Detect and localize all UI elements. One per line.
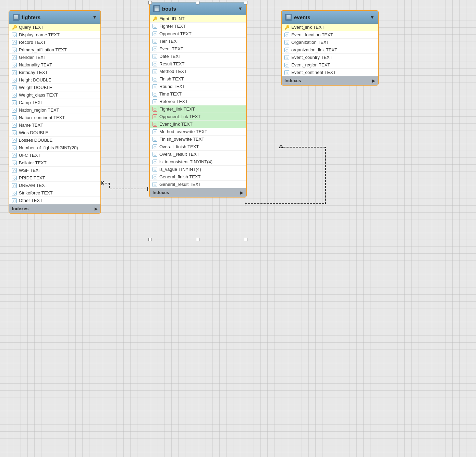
table-row[interactable]: ◇ Opponent_link TEXT [150, 113, 246, 120]
table-row[interactable]: ◇ Event_continent TEXT [282, 69, 378, 76]
field-name: Event TEXT [159, 46, 183, 51]
table-row[interactable]: ◇ DREAM TEXT [9, 182, 100, 189]
field-name: Fight_ID INT [159, 16, 185, 21]
events-table-header[interactable]: events ▼ [282, 11, 378, 24]
resize-handle-tl[interactable] [148, 1, 152, 4]
events-indexes-row[interactable]: Indexes ▶ [282, 76, 378, 85]
table-row[interactable]: ◇ Method TEXT [150, 68, 246, 75]
table-row[interactable]: ◇ Event TEXT [150, 45, 246, 53]
table-row[interactable]: 🔑 Event_link TEXT [282, 24, 378, 31]
bouts-indexes-arrow: ▶ [240, 190, 243, 195]
table-row[interactable]: ◇ Result TEXT [150, 60, 246, 68]
table-row[interactable]: ◇ UFC TEXT [9, 152, 100, 159]
field-name: Overall_result TEXT [159, 152, 199, 157]
table-row[interactable]: ◇ Event_link TEXT [150, 120, 246, 128]
bouts-dropdown[interactable]: ▼ [238, 6, 243, 11]
table-row[interactable]: ◇ Camp TEXT [9, 99, 100, 106]
bouts-table: bouts ▼ 🔑 Fight_ID INT ◇ Fighter TEXT ◇ … [149, 2, 247, 198]
field-name: Finish TEXT [159, 76, 184, 81]
bouts-indexes-row[interactable]: Indexes ▶ [150, 188, 246, 197]
field-name: is_inconsistent TINYINT(4) [159, 159, 212, 164]
table-row[interactable]: ◇ Overall_result TEXT [150, 151, 246, 158]
table-row[interactable]: ◇ Event_country TEXT [282, 54, 378, 61]
diamond-icon: ◇ [12, 85, 17, 90]
field-name: Losses DOUBLE [19, 138, 52, 143]
table-row[interactable]: ◇ Display_name TEXT [9, 31, 100, 39]
diamond-icon: ◇ [12, 138, 17, 143]
table-row[interactable]: ◇ Referee TEXT [150, 98, 246, 105]
table-row[interactable]: ◇ Tier TEXT [150, 38, 246, 45]
resize-handle-tr[interactable] [244, 1, 247, 4]
table-row[interactable]: ◇ Finish_overwrite TEXT [150, 136, 246, 143]
table-row[interactable]: ◇ Fighter_link TEXT [150, 105, 246, 113]
field-name: Nation_region TEXT [19, 107, 59, 113]
table-row[interactable]: ◇ Event_region TEXT [282, 61, 378, 69]
events-dropdown[interactable]: ▼ [370, 14, 375, 20]
table-row[interactable]: ◇ Nation_continent TEXT [9, 114, 100, 122]
table-row[interactable]: ◇ Nation_region TEXT [9, 106, 100, 114]
table-row[interactable]: ◇ Event_location TEXT [282, 31, 378, 39]
table-row[interactable]: ◇ is_inconsistent TINYINT(4) [150, 158, 246, 166]
svg-marker-12 [279, 145, 283, 148]
fighters-table-header[interactable]: fighters ▼ [9, 11, 100, 24]
diamond-icon: ◇ [284, 40, 289, 45]
field-name: Weight_class TEXT [19, 92, 58, 98]
diamond-icon: ◇ [152, 99, 157, 104]
resize-handle-tc[interactable] [196, 1, 199, 4]
table-row[interactable]: ◇ Strikeforce TEXT [9, 189, 100, 197]
diamond-icon: ◇ [284, 33, 289, 37]
table-row[interactable]: 🔑 Fight_ID INT [150, 15, 246, 23]
table-row[interactable]: ◇ Round TEXT [150, 83, 246, 90]
field-name: Finish_overwrite TEXT [159, 137, 204, 142]
table-row[interactable]: ◇ Other TEXT [9, 197, 100, 204]
field-name: Strikeforce TEXT [19, 190, 53, 195]
diamond-icon: ◇ [152, 122, 157, 127]
table-row[interactable]: ◇ Number_of_fights BIGINT(20) [9, 144, 100, 152]
field-name: Time TEXT [159, 91, 182, 97]
table-row[interactable]: ◇ Bellator TEXT [9, 159, 100, 167]
table-row[interactable]: ◇ PRIDE TEXT [9, 174, 100, 182]
table-row[interactable]: ◇ Time TEXT [150, 90, 246, 98]
fighters-dropdown[interactable]: ▼ [92, 14, 97, 20]
table-row[interactable]: ◇ Opponent TEXT [150, 30, 246, 38]
field-name: Number_of_fights BIGINT(20) [19, 145, 78, 150]
diamond-icon: ◇ [12, 63, 17, 67]
diamond-icon: ◇ [152, 144, 157, 149]
table-row[interactable]: ◇ Organization TEXT [282, 39, 378, 46]
table-row[interactable]: ◇ Losses DOUBLE [9, 137, 100, 144]
table-row[interactable]: ◇ Fighter TEXT [150, 23, 246, 30]
resize-handle-bl[interactable] [148, 238, 152, 241]
table-row[interactable]: ◇ Primary_affiliation TEXT [9, 46, 100, 54]
table-row[interactable]: ◇ Wins DOUBLE [9, 129, 100, 137]
diamond-icon: ◇ [152, 31, 157, 36]
svg-rect-21 [155, 10, 159, 11]
diamond-icon: ◇ [12, 191, 17, 195]
table-row[interactable]: ◇ Gender TEXT [9, 54, 100, 61]
table-row[interactable]: ◇ Height DOUBLE [9, 76, 100, 84]
diamond-icon: ◇ [152, 129, 157, 134]
field-name: WSF TEXT [19, 168, 41, 173]
resize-handle-br[interactable] [244, 238, 247, 241]
table-row[interactable]: ◇ Name TEXT [9, 122, 100, 129]
table-row[interactable]: ◇ WSF TEXT [9, 167, 100, 174]
table-row[interactable]: ◇ Nationality TEXT [9, 61, 100, 69]
fighters-table: fighters ▼ 🔑 Query TEXT ◇ Display_name T… [9, 10, 101, 214]
table-row[interactable]: ◇ Birthday TEXT [9, 69, 100, 76]
table-row[interactable]: ◇ General_finish TEXT [150, 173, 246, 181]
table-row[interactable]: ◇ Method_overwrite TEXT [150, 128, 246, 136]
table-row[interactable]: ◇ is_vague TINYINT(4) [150, 166, 246, 173]
table-row[interactable]: 🔑 Query TEXT [9, 24, 100, 31]
resize-handle-bc[interactable] [196, 238, 199, 241]
table-row[interactable]: ◇ General_result TEXT [150, 181, 246, 188]
fighters-indexes-row[interactable]: Indexes ▶ [9, 204, 100, 213]
table-row[interactable]: ◇ Overall_finish TEXT [150, 143, 246, 151]
table-row[interactable]: ◇ Finish TEXT [150, 75, 246, 83]
field-name: Other TEXT [19, 198, 42, 203]
field-name: Primary_affiliation TEXT [19, 47, 67, 52]
field-name: Weight DOUBLE [19, 85, 52, 90]
table-row[interactable]: ◇ organization_link TEXT [282, 46, 378, 54]
table-row[interactable]: ◇ Weight DOUBLE [9, 84, 100, 91]
table-row[interactable]: ◇ Date TEXT [150, 53, 246, 60]
table-row[interactable]: ◇ Record TEXT [9, 39, 100, 46]
table-row[interactable]: ◇ Weight_class TEXT [9, 91, 100, 99]
